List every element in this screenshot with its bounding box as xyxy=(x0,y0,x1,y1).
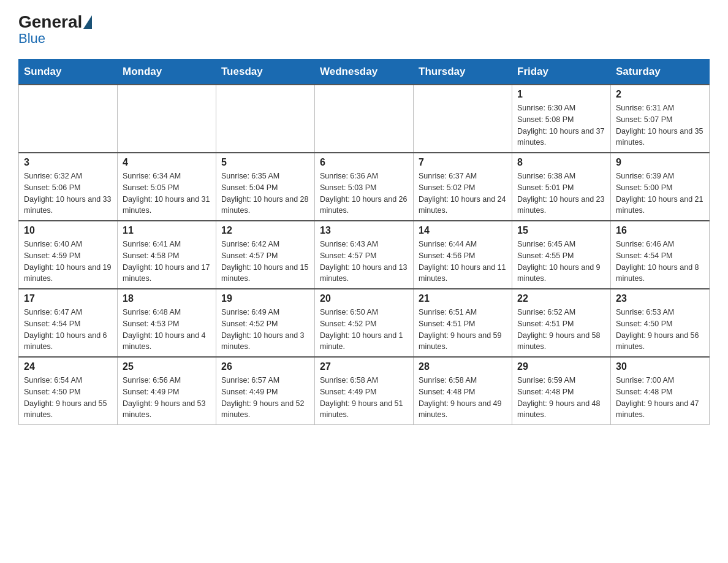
calendar-cell: 15Sunrise: 6:45 AM Sunset: 4:55 PM Dayli… xyxy=(512,221,611,289)
calendar-cell xyxy=(19,85,118,153)
weekday-header-wednesday: Wednesday xyxy=(315,59,414,85)
calendar-cell: 10Sunrise: 6:40 AM Sunset: 4:59 PM Dayli… xyxy=(19,221,118,289)
calendar-cell: 13Sunrise: 6:43 AM Sunset: 4:57 PM Dayli… xyxy=(315,221,414,289)
day-info: Sunrise: 6:58 AM Sunset: 4:49 PM Dayligh… xyxy=(320,375,408,421)
day-info: Sunrise: 6:49 AM Sunset: 4:52 PM Dayligh… xyxy=(221,307,309,353)
calendar-cell: 14Sunrise: 6:44 AM Sunset: 4:56 PM Dayli… xyxy=(414,221,512,289)
day-number: 28 xyxy=(419,361,507,372)
day-number: 8 xyxy=(517,157,605,168)
day-number: 23 xyxy=(616,293,704,304)
day-number: 7 xyxy=(419,157,507,168)
weekday-header-sunday: Sunday xyxy=(19,59,118,85)
calendar-cell: 19Sunrise: 6:49 AM Sunset: 4:52 PM Dayli… xyxy=(216,289,315,357)
calendar-cell xyxy=(118,85,216,153)
day-number: 25 xyxy=(123,361,211,372)
day-info: Sunrise: 6:51 AM Sunset: 4:51 PM Dayligh… xyxy=(419,307,507,353)
calendar-week-row: 24Sunrise: 6:54 AM Sunset: 4:50 PM Dayli… xyxy=(19,357,710,425)
day-info: Sunrise: 6:47 AM Sunset: 4:54 PM Dayligh… xyxy=(24,307,112,353)
calendar-cell xyxy=(315,85,414,153)
day-info: Sunrise: 6:56 AM Sunset: 4:49 PM Dayligh… xyxy=(123,375,211,421)
day-info: Sunrise: 6:44 AM Sunset: 4:56 PM Dayligh… xyxy=(419,239,507,285)
day-info: Sunrise: 6:38 AM Sunset: 5:01 PM Dayligh… xyxy=(517,170,605,216)
day-number: 29 xyxy=(517,361,605,372)
logo-blue: Blue xyxy=(18,31,45,47)
calendar-cell: 21Sunrise: 6:51 AM Sunset: 4:51 PM Dayli… xyxy=(414,289,512,357)
day-info: Sunrise: 6:58 AM Sunset: 4:48 PM Dayligh… xyxy=(419,375,507,421)
calendar-week-row: 10Sunrise: 6:40 AM Sunset: 4:59 PM Dayli… xyxy=(19,221,710,289)
calendar-cell: 12Sunrise: 6:42 AM Sunset: 4:57 PM Dayli… xyxy=(216,221,315,289)
day-info: Sunrise: 6:59 AM Sunset: 4:48 PM Dayligh… xyxy=(517,375,605,421)
day-number: 14 xyxy=(419,225,507,236)
calendar-cell: 16Sunrise: 6:46 AM Sunset: 4:54 PM Dayli… xyxy=(611,221,710,289)
day-number: 10 xyxy=(24,225,112,236)
calendar-cell xyxy=(414,85,512,153)
day-number: 2 xyxy=(616,89,704,100)
day-number: 13 xyxy=(320,225,408,236)
weekday-header-monday: Monday xyxy=(118,59,216,85)
weekday-header-thursday: Thursday xyxy=(414,59,512,85)
day-number: 24 xyxy=(24,361,112,372)
day-info: Sunrise: 6:48 AM Sunset: 4:53 PM Dayligh… xyxy=(123,307,211,353)
day-info: Sunrise: 6:37 AM Sunset: 5:02 PM Dayligh… xyxy=(419,170,507,216)
day-info: Sunrise: 6:34 AM Sunset: 5:05 PM Dayligh… xyxy=(123,170,211,216)
day-number: 30 xyxy=(616,361,704,372)
calendar-cell: 24Sunrise: 6:54 AM Sunset: 4:50 PM Dayli… xyxy=(19,357,118,425)
day-info: Sunrise: 6:53 AM Sunset: 4:50 PM Dayligh… xyxy=(616,307,704,353)
calendar-cell: 2Sunrise: 6:31 AM Sunset: 5:07 PM Daylig… xyxy=(611,85,710,153)
day-info: Sunrise: 6:45 AM Sunset: 4:55 PM Dayligh… xyxy=(517,239,605,285)
calendar-table: SundayMondayTuesdayWednesdayThursdayFrid… xyxy=(18,59,710,425)
page-header: General Blue xyxy=(18,12,710,47)
day-number: 22 xyxy=(517,293,605,304)
day-info: Sunrise: 6:57 AM Sunset: 4:49 PM Dayligh… xyxy=(221,375,309,421)
day-number: 3 xyxy=(24,157,112,168)
calendar-week-row: 17Sunrise: 6:47 AM Sunset: 4:54 PM Dayli… xyxy=(19,289,710,357)
calendar-cell: 25Sunrise: 6:56 AM Sunset: 4:49 PM Dayli… xyxy=(118,357,216,425)
day-info: Sunrise: 6:54 AM Sunset: 4:50 PM Dayligh… xyxy=(24,375,112,421)
calendar-cell: 27Sunrise: 6:58 AM Sunset: 4:49 PM Dayli… xyxy=(315,357,414,425)
weekday-header-friday: Friday xyxy=(512,59,611,85)
calendar-cell: 23Sunrise: 6:53 AM Sunset: 4:50 PM Dayli… xyxy=(611,289,710,357)
weekday-header-saturday: Saturday xyxy=(611,59,710,85)
day-number: 11 xyxy=(123,225,211,236)
day-info: Sunrise: 6:39 AM Sunset: 5:00 PM Dayligh… xyxy=(616,170,704,216)
calendar-cell: 17Sunrise: 6:47 AM Sunset: 4:54 PM Dayli… xyxy=(19,289,118,357)
day-info: Sunrise: 7:00 AM Sunset: 4:48 PM Dayligh… xyxy=(616,375,704,421)
calendar-cell: 9Sunrise: 6:39 AM Sunset: 5:00 PM Daylig… xyxy=(611,153,710,221)
calendar-cell: 11Sunrise: 6:41 AM Sunset: 4:58 PM Dayli… xyxy=(118,221,216,289)
day-number: 9 xyxy=(616,157,704,168)
calendar-cell: 28Sunrise: 6:58 AM Sunset: 4:48 PM Dayli… xyxy=(414,357,512,425)
day-number: 12 xyxy=(221,225,309,236)
day-info: Sunrise: 6:52 AM Sunset: 4:51 PM Dayligh… xyxy=(517,307,605,353)
day-info: Sunrise: 6:31 AM Sunset: 5:07 PM Dayligh… xyxy=(616,102,704,148)
calendar-cell: 7Sunrise: 6:37 AM Sunset: 5:02 PM Daylig… xyxy=(414,153,512,221)
logo-text: General xyxy=(18,12,93,32)
day-info: Sunrise: 6:30 AM Sunset: 5:08 PM Dayligh… xyxy=(517,102,605,148)
day-number: 5 xyxy=(221,157,309,168)
calendar-header-row: SundayMondayTuesdayWednesdayThursdayFrid… xyxy=(19,59,710,85)
day-number: 6 xyxy=(320,157,408,168)
logo-triangle-icon xyxy=(83,15,92,29)
logo: General Blue xyxy=(18,12,93,47)
day-number: 27 xyxy=(320,361,408,372)
day-number: 21 xyxy=(419,293,507,304)
day-info: Sunrise: 6:43 AM Sunset: 4:57 PM Dayligh… xyxy=(320,239,408,285)
day-info: Sunrise: 6:32 AM Sunset: 5:06 PM Dayligh… xyxy=(24,170,112,216)
day-info: Sunrise: 6:40 AM Sunset: 4:59 PM Dayligh… xyxy=(24,239,112,285)
day-number: 19 xyxy=(221,293,309,304)
calendar-cell: 4Sunrise: 6:34 AM Sunset: 5:05 PM Daylig… xyxy=(118,153,216,221)
calendar-cell: 26Sunrise: 6:57 AM Sunset: 4:49 PM Dayli… xyxy=(216,357,315,425)
day-number: 17 xyxy=(24,293,112,304)
day-number: 20 xyxy=(320,293,408,304)
calendar-cell: 30Sunrise: 7:00 AM Sunset: 4:48 PM Dayli… xyxy=(611,357,710,425)
calendar-cell: 5Sunrise: 6:35 AM Sunset: 5:04 PM Daylig… xyxy=(216,153,315,221)
calendar-cell: 29Sunrise: 6:59 AM Sunset: 4:48 PM Dayli… xyxy=(512,357,611,425)
logo-general: General xyxy=(18,12,82,32)
calendar-cell: 18Sunrise: 6:48 AM Sunset: 4:53 PM Dayli… xyxy=(118,289,216,357)
day-number: 1 xyxy=(517,89,605,100)
weekday-header-tuesday: Tuesday xyxy=(216,59,315,85)
calendar-cell xyxy=(216,85,315,153)
day-info: Sunrise: 6:35 AM Sunset: 5:04 PM Dayligh… xyxy=(221,170,309,216)
day-info: Sunrise: 6:41 AM Sunset: 4:58 PM Dayligh… xyxy=(123,239,211,285)
day-info: Sunrise: 6:46 AM Sunset: 4:54 PM Dayligh… xyxy=(616,239,704,285)
calendar-week-row: 1Sunrise: 6:30 AM Sunset: 5:08 PM Daylig… xyxy=(19,85,710,153)
